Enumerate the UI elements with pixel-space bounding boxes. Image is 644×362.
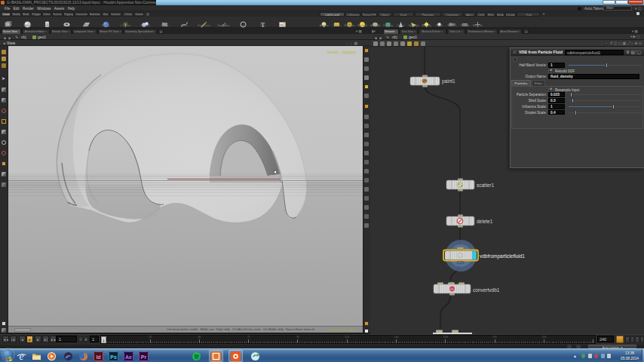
svg-text:Ps: Ps: [110, 354, 117, 360]
svg-text:scatter1: scatter1: [477, 183, 495, 188]
svg-text:vdbfromparticlefluid1: vdbfromparticlefluid1: [480, 253, 525, 259]
svg-text:e: e: [19, 351, 23, 361]
svg-text:Ae: Ae: [125, 354, 132, 360]
svg-text:Pr: Pr: [141, 354, 147, 360]
svg-text:Id: Id: [96, 354, 100, 360]
svg-text:convertvdb1: convertvdb1: [473, 287, 500, 293]
svg-text:persp1 : obj/geo1: persp1 : obj/geo1: [327, 50, 357, 54]
svg-text:delete1: delete1: [477, 219, 493, 224]
svg-text:paint1: paint1: [442, 78, 455, 84]
